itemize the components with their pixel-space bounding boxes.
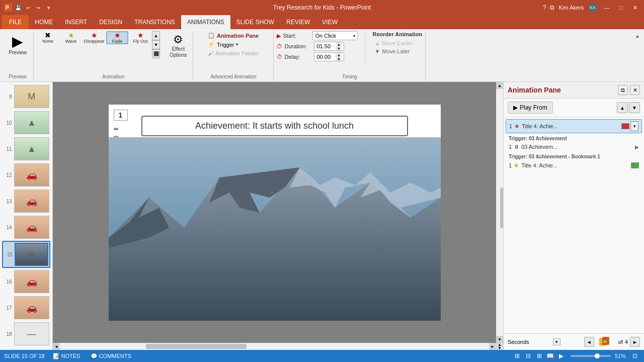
animation-group-items: ✖ None ★ Wave ★ Disappear ★ bbox=[37, 31, 190, 79]
play-from-button[interactable]: ▶ Play From bbox=[508, 102, 553, 114]
slide-thumb-10[interactable]: 10 ▲ bbox=[2, 110, 50, 135]
anim-trigger1-entry[interactable]: 1 ⏸ 03 Achievem... ▶ bbox=[506, 142, 642, 151]
pane-close-btn[interactable]: ✕ bbox=[630, 85, 640, 95]
ribbon-group-preview: ▶ Preview Preview bbox=[2, 31, 34, 81]
seconds-dropdown-arrow[interactable]: ▾ bbox=[553, 338, 560, 345]
play-from-arrows: ▲ ▼ bbox=[617, 102, 640, 113]
reading-view-btn[interactable]: 📖 bbox=[545, 351, 555, 361]
delay-input[interactable]: 00.00 ▲ ▼ bbox=[314, 52, 344, 61]
tab-home[interactable]: HOME bbox=[29, 15, 59, 29]
anim-disappear[interactable]: ★ Disappear bbox=[83, 31, 105, 44]
slide-canvas[interactable]: 1 ✏ ✏ Achievement: It starts with school… bbox=[109, 105, 441, 321]
slide-thumb-9[interactable]: 9 M bbox=[2, 84, 50, 109]
zoom-slider[interactable] bbox=[571, 355, 611, 357]
slide-thumb-11[interactable]: 11 ▲ bbox=[2, 136, 50, 161]
animation-painter-button[interactable]: 🖌 Animation Painter bbox=[205, 49, 262, 57]
help-btn[interactable]: ? bbox=[543, 4, 546, 11]
timeline-next-btn[interactable]: ► bbox=[630, 337, 640, 347]
svg-text:O: O bbox=[603, 339, 606, 344]
tab-file[interactable]: FILE bbox=[2, 15, 29, 29]
anim-flyout[interactable]: ★ Fly Out bbox=[129, 31, 151, 44]
gallery-scroll-down[interactable]: ▼ bbox=[152, 40, 160, 49]
pane-collapse-btn[interactable]: ⧉ bbox=[618, 85, 628, 95]
pane-move-up-btn[interactable]: ▲ bbox=[617, 102, 628, 113]
gallery-scroll-more[interactable]: ⬛ bbox=[152, 49, 160, 58]
anim-entry-1[interactable]: 1 ★ Title 4: Achie... ▾ bbox=[506, 119, 642, 133]
slide-thumb-14[interactable]: 14 🚗 bbox=[2, 215, 50, 240]
delay-spin-down[interactable]: ▼ bbox=[336, 57, 342, 61]
slide-sorter-btn[interactable]: ⊞ bbox=[534, 351, 544, 361]
save-icon[interactable]: 💾 bbox=[14, 4, 22, 12]
anim-flyout-icon: ★ bbox=[137, 32, 144, 39]
collapse-ribbon-btn[interactable]: ▲ bbox=[633, 31, 642, 81]
slide-thumb-12[interactable]: 12 🚗 bbox=[2, 162, 50, 188]
vertical-scrollbar[interactable]: ▲ ▼ bbox=[496, 82, 503, 343]
slide-thumb-16[interactable]: 16 🚗 bbox=[2, 269, 50, 294]
duration-input[interactable]: 01.50 ▲ ▼ bbox=[314, 42, 344, 51]
anim-entry-1-dropdown[interactable]: ▾ bbox=[630, 121, 638, 131]
tab-design[interactable]: DESIGN bbox=[93, 15, 128, 29]
slide-number-badge: 1 bbox=[114, 110, 128, 121]
slide-thumb-15[interactable]: 15 🏔 bbox=[2, 241, 50, 268]
anim-wave[interactable]: ★ Wave bbox=[60, 31, 82, 44]
slide-panel: 9 M 10 ▲ 11 ▲ 12 🚗 13 bbox=[0, 82, 53, 350]
undo-icon[interactable]: ↩ bbox=[24, 4, 32, 12]
duration-spin-up[interactable]: ▲ bbox=[336, 42, 342, 46]
gallery-scroll-up[interactable]: ▲ bbox=[152, 31, 160, 40]
move-earlier-button[interactable]: ▲ Move Earlier bbox=[372, 39, 422, 47]
tab-animations[interactable]: ANIMATIONS bbox=[181, 15, 230, 29]
h-scroll-thumb[interactable] bbox=[146, 344, 247, 349]
fit-to-window-btn[interactable]: ⊡ bbox=[630, 351, 640, 361]
animation-pane-button[interactable]: 📋 Animation Pane bbox=[205, 31, 262, 40]
outline-view-btn[interactable]: ⊟ bbox=[523, 351, 533, 361]
anim-none[interactable]: ✖ None bbox=[37, 31, 59, 44]
slide-thumb-18[interactable]: 18 — bbox=[2, 321, 50, 346]
pane-move-down-btn[interactable]: ▼ bbox=[629, 102, 640, 113]
timing-col-left: ▶ Start: On Click ▾ ⏱ Duration: 01.50 bbox=[277, 31, 358, 63]
canvas-scroll-down[interactable]: ▼ bbox=[496, 346, 503, 350]
anim-trigger-1: Trigger: 03 Achievement bbox=[506, 135, 642, 142]
slide-num-16: 16 bbox=[3, 279, 12, 285]
duration-label: Duration: bbox=[284, 43, 312, 49]
preview-button[interactable]: ▶ Preview bbox=[5, 31, 30, 57]
effect-options-button[interactable]: ⚙ EffectOptions bbox=[167, 31, 190, 60]
office-logo-svg: O bbox=[598, 336, 614, 348]
scroll-down-btn[interactable]: ▼ bbox=[496, 336, 503, 343]
trigger-button[interactable]: ⚡ Trigger ▾ bbox=[205, 40, 262, 49]
customize-icon[interactable]: ▾ bbox=[44, 4, 52, 12]
start-dropdown[interactable]: On Click ▾ bbox=[312, 31, 358, 40]
notes-btn[interactable]: 📝 NOTES bbox=[51, 352, 83, 360]
move-later-button[interactable]: ▼ Move Later bbox=[372, 47, 422, 55]
mountain-svg bbox=[109, 137, 441, 321]
restore-icon: ⧉ bbox=[550, 4, 554, 11]
minimize-btn[interactable]: — bbox=[602, 3, 612, 13]
tab-insert[interactable]: INSERT bbox=[59, 15, 93, 29]
slide-thumb-17[interactable]: 17 🚗 bbox=[2, 295, 50, 320]
normal-view-btn[interactable]: ⊞ bbox=[512, 351, 522, 361]
h-scroll-left-btn[interactable]: ◄ bbox=[53, 343, 60, 350]
tab-transitions[interactable]: TRANSITIONS bbox=[128, 15, 181, 29]
timeline-nav: ◄ O of 4 ► bbox=[584, 336, 640, 348]
anim-fade[interactable]: ★ Fade bbox=[106, 31, 128, 44]
timeline-prev-btn[interactable]: ◄ bbox=[584, 337, 594, 347]
user-avatar: KA bbox=[588, 3, 598, 13]
tab-view[interactable]: VIEW bbox=[316, 15, 344, 29]
redo-icon[interactable]: ↪ bbox=[34, 4, 42, 12]
anim-trigger2-entry-label: 1 ★ Title 4: Achie... bbox=[509, 162, 557, 169]
trigger1-pause-icon: ⏸ bbox=[514, 144, 519, 150]
slide-title-box[interactable]: Achievement: It starts with school lunch bbox=[141, 116, 408, 136]
tab-slideshow[interactable]: SLIDE SHOW bbox=[230, 15, 280, 29]
slideshow-btn[interactable]: ▶ bbox=[556, 351, 567, 361]
slide-thumb-13[interactable]: 13 🚗 bbox=[2, 189, 50, 214]
comments-btn[interactable]: 💬 COMMENTS bbox=[89, 352, 133, 360]
tab-review[interactable]: REVIEW bbox=[280, 15, 316, 29]
trigger1-num: 1 bbox=[509, 144, 512, 150]
close-btn[interactable]: ✕ bbox=[630, 3, 640, 13]
scroll-up-btn[interactable]: ▲ bbox=[496, 82, 503, 89]
anim-trigger2-entry[interactable]: 1 ★ Title 4: Achie... bbox=[506, 160, 642, 170]
delay-spin-up[interactable]: ▲ bbox=[336, 53, 342, 57]
maximize-btn[interactable]: □ bbox=[616, 3, 626, 13]
h-scroll-right-btn[interactable]: ► bbox=[489, 343, 496, 350]
duration-spin-down[interactable]: ▼ bbox=[336, 46, 342, 50]
v-scroll-thumb[interactable] bbox=[500, 188, 503, 228]
